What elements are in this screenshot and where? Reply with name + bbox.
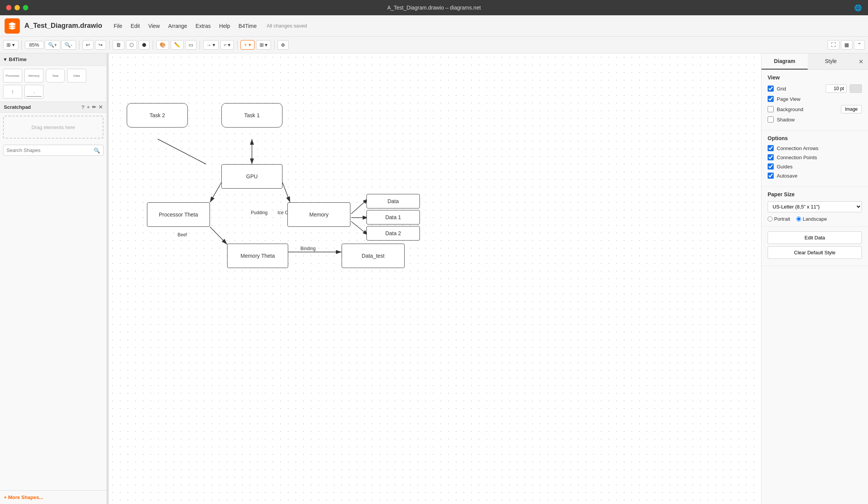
waypoint-button[interactable]: ⌐ ▾	[220, 40, 234, 50]
toolbar-separator-1	[21, 40, 22, 50]
node-memory[interactable]: Memory	[287, 202, 350, 227]
search-box: 🔍	[3, 145, 103, 156]
autosave-label: Autosave	[777, 173, 862, 179]
search-button[interactable]: 🔍	[90, 145, 103, 155]
guides-checkbox[interactable]	[768, 163, 774, 170]
toolbar: ⊞ ▾ 85% 🔍+ 🔍- ↩ ↪ 🗑 ⬡ ⬢ 🎨 ✏️ ▭ → ▾ ⌐ ▾ +…	[0, 37, 868, 53]
svg-line-4	[210, 183, 221, 202]
global-icon[interactable]: 🌐	[854, 4, 862, 11]
shape-arrow[interactable]: ↑	[3, 85, 22, 99]
edge-label-beef: Beef	[177, 232, 188, 237]
menu-arrange[interactable]: Arrange	[165, 21, 191, 31]
connection-arrows-checkbox[interactable]	[768, 145, 774, 151]
copy-style-button[interactable]: ⬡	[126, 40, 137, 50]
grid-value-input[interactable]	[826, 84, 847, 93]
shape-outline-button[interactable]: ▭	[185, 40, 197, 50]
tab-style[interactable]: Style	[808, 53, 854, 69]
fullscreen-button[interactable]: ⛶	[828, 40, 839, 50]
zoom-level[interactable]: 85%	[25, 41, 44, 49]
background-image-button[interactable]: Image	[841, 105, 862, 113]
guides-label: Guides	[777, 164, 862, 170]
autosave-row: Autosave	[768, 173, 862, 179]
node-task2[interactable]: Task 2	[127, 103, 188, 128]
scratchpad-header: Scratchpad ? + ✏ ✕	[0, 102, 106, 113]
collapse-button[interactable]: ⌃	[854, 40, 865, 50]
tab-diagram[interactable]: Diagram	[762, 53, 808, 69]
svg-line-9	[210, 227, 227, 244]
grid-row: Grid	[768, 84, 862, 93]
canvas[interactable]: Binding Pudding Ice Cream Beef Binding T…	[109, 53, 761, 504]
redo-button[interactable]: ↪	[95, 40, 106, 50]
menu-b4time[interactable]: B4Time	[235, 21, 261, 31]
delete-button[interactable]: 🗑	[113, 40, 124, 50]
background-checkbox[interactable]	[768, 106, 774, 112]
scratchpad-drop-area[interactable]: Drag elements here	[3, 116, 103, 139]
node-gpu[interactable]: GPU	[221, 164, 282, 189]
shadow-row: Shadow	[768, 116, 862, 123]
panel-tabs: Diagram Style ✕	[762, 53, 868, 70]
shape-line[interactable]: ↑	[24, 85, 44, 99]
zoom-in-button[interactable]: 🔍+	[45, 40, 61, 50]
action-section: Edit Data Clear Default Style	[762, 227, 868, 266]
page-view-checkbox[interactable]	[768, 96, 774, 102]
grid-color-swatch[interactable]	[850, 84, 862, 93]
edit-data-button[interactable]: Edit Data	[768, 231, 862, 244]
landscape-radio[interactable]	[796, 216, 801, 221]
fill-color-button[interactable]: 🎨	[156, 40, 169, 50]
menu-edit[interactable]: Edit	[127, 21, 144, 31]
b4time-section-label: B4Time	[9, 57, 27, 62]
close-button[interactable]	[6, 5, 11, 10]
menu-view[interactable]: View	[144, 21, 163, 31]
undo-button[interactable]: ↩	[82, 40, 94, 50]
grid-checkbox[interactable]	[768, 86, 774, 92]
autosave-checkbox[interactable]	[768, 173, 774, 179]
shadow-label: Shadow	[777, 117, 862, 123]
portrait-label[interactable]: Portrait	[768, 216, 790, 222]
clear-default-style-button[interactable]: Clear Default Style	[768, 246, 862, 259]
menu-help[interactable]: Help	[215, 21, 234, 31]
portrait-radio[interactable]	[768, 216, 773, 221]
insert-button[interactable]: + ▾	[240, 40, 254, 50]
connection-points-checkbox[interactable]	[768, 154, 774, 160]
node-processor-theta[interactable]: Processor Theta	[147, 202, 210, 227]
menu-file[interactable]: File	[110, 21, 126, 31]
zoom-out-button[interactable]: 🔍-	[61, 40, 76, 50]
table-button[interactable]: ⊞ ▾	[256, 40, 271, 50]
node-task1[interactable]: Task 1	[221, 103, 282, 128]
line-color-button[interactable]: ✏️	[171, 40, 184, 50]
node-data-test[interactable]: Data_test	[342, 244, 405, 268]
diagram-nav-button[interactable]: ⊕	[278, 40, 289, 50]
scratchpad-edit-icon[interactable]: ✏	[92, 104, 96, 110]
view-section-title: View	[768, 74, 862, 81]
panel-close-button[interactable]: ✕	[854, 53, 868, 69]
paste-style-button[interactable]: ⬢	[139, 40, 150, 50]
panel-toggle-button[interactable]: ▦	[841, 40, 852, 50]
maximize-button[interactable]	[23, 5, 28, 10]
connection-points-label: Connection Points	[777, 155, 862, 160]
scratchpad-close-icon[interactable]: ✕	[98, 104, 103, 110]
node-data2[interactable]: Data 2	[366, 226, 420, 241]
scratchpad-help-icon[interactable]: ?	[81, 104, 84, 110]
scratchpad-label: Scratchpad	[4, 104, 31, 110]
paper-size-select[interactable]: US-Letter (8,5" x 11") A4 (210mm x 297mm…	[768, 201, 862, 212]
arrow-type-button[interactable]: → ▾	[203, 40, 219, 50]
shape-processor[interactable]: Processor	[3, 69, 22, 82]
search-input[interactable]	[3, 145, 90, 155]
shape-task[interactable]: Task	[46, 69, 65, 82]
minimize-button[interactable]	[15, 5, 20, 10]
shape-data[interactable]: Data	[67, 69, 86, 82]
shape-memory[interactable]: Memory	[24, 69, 44, 82]
shadow-checkbox[interactable]	[768, 116, 774, 123]
more-shapes-button[interactable]: + More Shapes...	[0, 490, 106, 504]
zoom-controls: 85% 🔍+ 🔍-	[25, 40, 76, 50]
scratchpad-add-icon[interactable]: +	[87, 104, 90, 110]
connection-points-row: Connection Points	[768, 154, 862, 160]
landscape-label[interactable]: Landscape	[796, 216, 827, 222]
node-data1[interactable]: Data 1	[366, 210, 420, 225]
node-data[interactable]: Data	[366, 194, 420, 208]
node-memory-theta[interactable]: Memory Theta	[227, 244, 288, 268]
menu-extras[interactable]: Extras	[192, 21, 215, 31]
b4time-section-header[interactable]: ▾ B4Time	[0, 53, 106, 66]
titlebar: A_Test_Diagram.drawio – diagrams.net 🌐	[0, 0, 868, 15]
sidebar-toggle-button[interactable]: ⊞ ▾	[3, 40, 18, 50]
